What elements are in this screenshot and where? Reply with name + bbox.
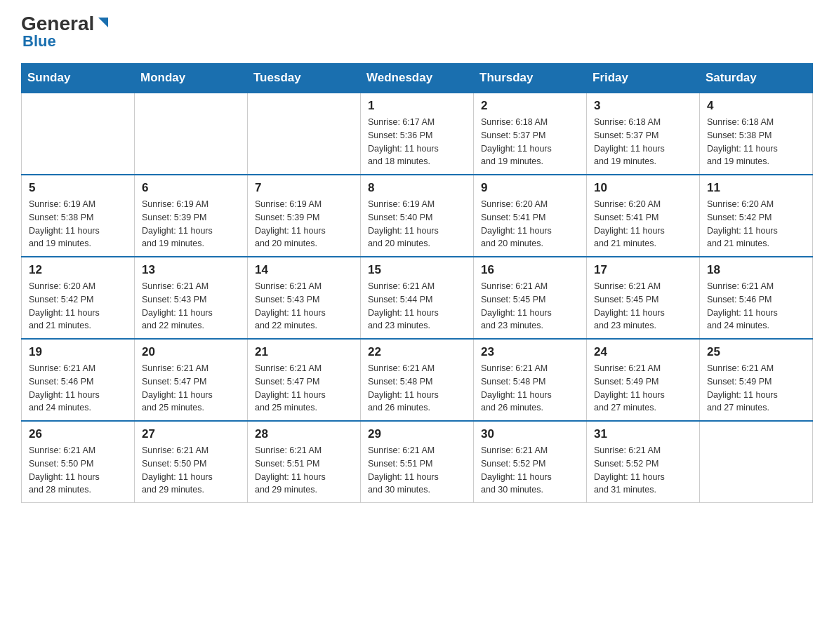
day-number: 25	[707, 345, 805, 359]
day-info: Sunrise: 6:21 AM Sunset: 5:52 PM Dayligh…	[481, 444, 579, 497]
day-number: 8	[368, 181, 466, 195]
calendar-table: SundayMondayTuesdayWednesdayThursdayFrid…	[21, 63, 813, 503]
column-header-wednesday: Wednesday	[361, 64, 474, 93]
calendar-cell: 3Sunrise: 6:18 AM Sunset: 5:37 PM Daylig…	[587, 93, 700, 175]
day-number: 29	[368, 427, 466, 441]
day-info: Sunrise: 6:19 AM Sunset: 5:38 PM Dayligh…	[29, 198, 127, 250]
calendar-cell: 27Sunrise: 6:21 AM Sunset: 5:50 PM Dayli…	[135, 421, 248, 503]
column-header-sunday: Sunday	[22, 64, 135, 93]
day-number: 20	[142, 345, 240, 359]
calendar-cell: 5Sunrise: 6:19 AM Sunset: 5:38 PM Daylig…	[22, 175, 135, 257]
day-number: 13	[142, 263, 240, 277]
day-info: Sunrise: 6:20 AM Sunset: 5:42 PM Dayligh…	[29, 280, 127, 333]
day-info: Sunrise: 6:19 AM Sunset: 5:40 PM Dayligh…	[368, 198, 466, 250]
day-number: 10	[594, 181, 692, 195]
day-info: Sunrise: 6:18 AM Sunset: 5:37 PM Dayligh…	[481, 116, 579, 168]
day-number: 30	[481, 427, 579, 441]
column-header-saturday: Saturday	[700, 64, 813, 93]
day-number: 17	[594, 263, 692, 277]
logo: General Blue	[21, 14, 111, 51]
calendar-cell: 6Sunrise: 6:19 AM Sunset: 5:39 PM Daylig…	[135, 175, 248, 257]
day-number: 1	[368, 99, 466, 113]
calendar-cell: 1Sunrise: 6:17 AM Sunset: 5:36 PM Daylig…	[361, 93, 474, 175]
calendar-cell: 19Sunrise: 6:21 AM Sunset: 5:46 PM Dayli…	[22, 339, 135, 421]
day-number: 24	[594, 345, 692, 359]
day-info: Sunrise: 6:20 AM Sunset: 5:41 PM Dayligh…	[594, 198, 692, 250]
day-info: Sunrise: 6:21 AM Sunset: 5:47 PM Dayligh…	[142, 362, 240, 415]
calendar-cell: 31Sunrise: 6:21 AM Sunset: 5:52 PM Dayli…	[587, 421, 700, 503]
day-info: Sunrise: 6:19 AM Sunset: 5:39 PM Dayligh…	[142, 198, 240, 250]
logo-blue-text: Blue	[22, 32, 56, 51]
day-number: 9	[481, 181, 579, 195]
day-number: 2	[481, 99, 579, 113]
calendar-cell: 10Sunrise: 6:20 AM Sunset: 5:41 PM Dayli…	[587, 175, 700, 257]
day-number: 21	[255, 345, 353, 359]
calendar-cell: 24Sunrise: 6:21 AM Sunset: 5:49 PM Dayli…	[587, 339, 700, 421]
day-number: 15	[368, 263, 466, 277]
day-info: Sunrise: 6:21 AM Sunset: 5:43 PM Dayligh…	[255, 280, 353, 333]
calendar-cell: 7Sunrise: 6:19 AM Sunset: 5:39 PM Daylig…	[248, 175, 361, 257]
day-number: 14	[255, 263, 353, 277]
calendar-cell: 17Sunrise: 6:21 AM Sunset: 5:45 PM Dayli…	[587, 257, 700, 339]
calendar-cell: 18Sunrise: 6:21 AM Sunset: 5:46 PM Dayli…	[700, 257, 813, 339]
logo-triangle-icon	[95, 15, 111, 30]
logo-general-text: General	[21, 14, 94, 34]
week-row-4: 19Sunrise: 6:21 AM Sunset: 5:46 PM Dayli…	[22, 339, 813, 421]
calendar-cell: 11Sunrise: 6:20 AM Sunset: 5:42 PM Dayli…	[700, 175, 813, 257]
calendar-cell: 28Sunrise: 6:21 AM Sunset: 5:51 PM Dayli…	[248, 421, 361, 503]
calendar-cell: 20Sunrise: 6:21 AM Sunset: 5:47 PM Dayli…	[135, 339, 248, 421]
day-info: Sunrise: 6:21 AM Sunset: 5:50 PM Dayligh…	[29, 444, 127, 497]
calendar-cell: 13Sunrise: 6:21 AM Sunset: 5:43 PM Dayli…	[135, 257, 248, 339]
calendar-cell	[22, 93, 135, 175]
calendar-cell: 26Sunrise: 6:21 AM Sunset: 5:50 PM Dayli…	[22, 421, 135, 503]
day-info: Sunrise: 6:21 AM Sunset: 5:51 PM Dayligh…	[255, 444, 353, 497]
calendar-header-row: SundayMondayTuesdayWednesdayThursdayFrid…	[22, 64, 813, 93]
day-info: Sunrise: 6:21 AM Sunset: 5:49 PM Dayligh…	[707, 362, 805, 415]
day-number: 18	[707, 263, 805, 277]
column-header-friday: Friday	[587, 64, 700, 93]
day-info: Sunrise: 6:21 AM Sunset: 5:51 PM Dayligh…	[368, 444, 466, 497]
calendar-cell: 30Sunrise: 6:21 AM Sunset: 5:52 PM Dayli…	[474, 421, 587, 503]
day-info: Sunrise: 6:21 AM Sunset: 5:43 PM Dayligh…	[142, 280, 240, 333]
day-number: 5	[29, 181, 127, 195]
calendar-cell: 9Sunrise: 6:20 AM Sunset: 5:41 PM Daylig…	[474, 175, 587, 257]
day-info: Sunrise: 6:21 AM Sunset: 5:48 PM Dayligh…	[481, 362, 579, 415]
week-row-5: 26Sunrise: 6:21 AM Sunset: 5:50 PM Dayli…	[22, 421, 813, 503]
calendar-cell: 12Sunrise: 6:20 AM Sunset: 5:42 PM Dayli…	[22, 257, 135, 339]
day-number: 16	[481, 263, 579, 277]
day-number: 27	[142, 427, 240, 441]
day-info: Sunrise: 6:21 AM Sunset: 5:47 PM Dayligh…	[255, 362, 353, 415]
day-info: Sunrise: 6:21 AM Sunset: 5:45 PM Dayligh…	[594, 280, 692, 333]
day-info: Sunrise: 6:18 AM Sunset: 5:37 PM Dayligh…	[594, 116, 692, 168]
day-info: Sunrise: 6:18 AM Sunset: 5:38 PM Dayligh…	[707, 116, 805, 168]
day-number: 31	[594, 427, 692, 441]
day-info: Sunrise: 6:21 AM Sunset: 5:44 PM Dayligh…	[368, 280, 466, 333]
day-number: 4	[707, 99, 805, 113]
calendar-cell: 22Sunrise: 6:21 AM Sunset: 5:48 PM Dayli…	[361, 339, 474, 421]
day-number: 7	[255, 181, 353, 195]
header: General Blue	[21, 14, 813, 51]
day-number: 11	[707, 181, 805, 195]
calendar-cell: 14Sunrise: 6:21 AM Sunset: 5:43 PM Dayli…	[248, 257, 361, 339]
day-number: 6	[142, 181, 240, 195]
calendar-cell	[135, 93, 248, 175]
calendar-cell: 21Sunrise: 6:21 AM Sunset: 5:47 PM Dayli…	[248, 339, 361, 421]
day-info: Sunrise: 6:21 AM Sunset: 5:46 PM Dayligh…	[707, 280, 805, 333]
day-info: Sunrise: 6:20 AM Sunset: 5:41 PM Dayligh…	[481, 198, 579, 250]
day-info: Sunrise: 6:21 AM Sunset: 5:50 PM Dayligh…	[142, 444, 240, 497]
calendar-cell: 16Sunrise: 6:21 AM Sunset: 5:45 PM Dayli…	[474, 257, 587, 339]
day-info: Sunrise: 6:20 AM Sunset: 5:42 PM Dayligh…	[707, 198, 805, 250]
week-row-3: 12Sunrise: 6:20 AM Sunset: 5:42 PM Dayli…	[22, 257, 813, 339]
day-number: 28	[255, 427, 353, 441]
calendar-cell: 29Sunrise: 6:21 AM Sunset: 5:51 PM Dayli…	[361, 421, 474, 503]
calendar-cell	[700, 421, 813, 503]
day-number: 12	[29, 263, 127, 277]
day-info: Sunrise: 6:21 AM Sunset: 5:52 PM Dayligh…	[594, 444, 692, 497]
column-header-thursday: Thursday	[474, 64, 587, 93]
day-info: Sunrise: 6:21 AM Sunset: 5:48 PM Dayligh…	[368, 362, 466, 415]
calendar-cell: 2Sunrise: 6:18 AM Sunset: 5:37 PM Daylig…	[474, 93, 587, 175]
week-row-1: 1Sunrise: 6:17 AM Sunset: 5:36 PM Daylig…	[22, 93, 813, 175]
day-info: Sunrise: 6:19 AM Sunset: 5:39 PM Dayligh…	[255, 198, 353, 250]
day-info: Sunrise: 6:21 AM Sunset: 5:49 PM Dayligh…	[594, 362, 692, 415]
day-info: Sunrise: 6:17 AM Sunset: 5:36 PM Dayligh…	[368, 116, 466, 168]
